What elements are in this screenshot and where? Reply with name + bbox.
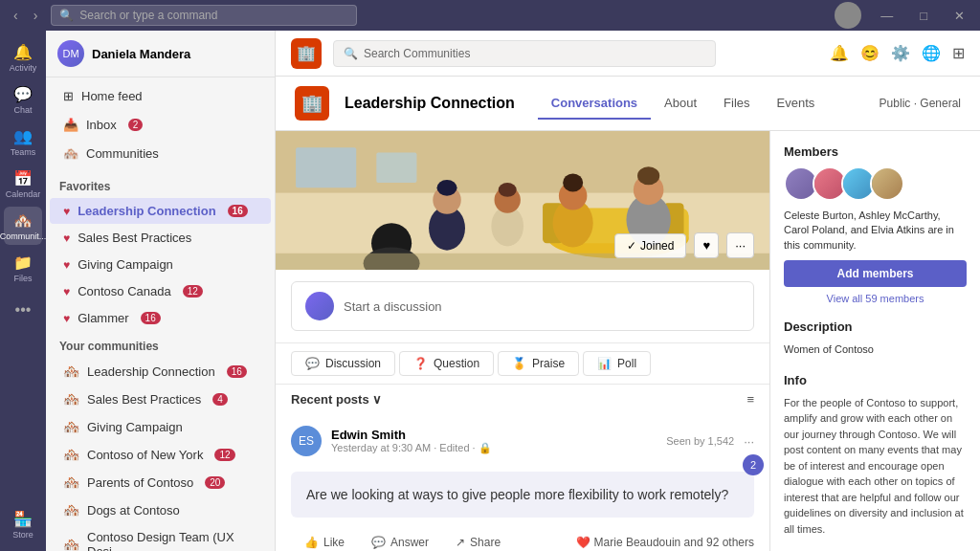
info-section: Info For the people of Contoso to suppor… (784, 373, 967, 538)
poll-icon: 📊 (597, 357, 612, 370)
post-create-input[interactable]: Start a discussion (291, 281, 754, 331)
sidebar-item-teams[interactable]: 👥 Teams (4, 122, 42, 161)
tab-conversations[interactable]: Conversations (538, 88, 651, 120)
post-create-area: Start a discussion (276, 270, 769, 343)
fav-label: Sales Best Practices (78, 231, 191, 245)
sidebar-item-communities[interactable]: 🏘️ Communit... (4, 207, 42, 245)
comm-icon: 🏘️ (63, 419, 79, 434)
comm-badge: 16 (227, 365, 247, 378)
poll-label: Poll (617, 357, 636, 370)
globe-icon[interactable]: 🌐 (922, 44, 941, 62)
reactions-text: Marie Beaudouin and 92 others (594, 536, 754, 549)
fav-label: Glammer (78, 311, 128, 325)
comm-badge: 20 (205, 476, 225, 489)
heart-reaction: ❤️ (576, 536, 590, 549)
member-avatars (784, 166, 967, 201)
inbox-label: Inbox (86, 118, 117, 132)
tab-events[interactable]: Events (764, 88, 829, 120)
sidebar-item-calendar[interactable]: 📅 Calendar (4, 165, 42, 203)
comm-item-sbp[interactable]: 🏘️ Sales Best Practices 4 (50, 386, 271, 412)
discussion-button[interactable]: 💬 Discussion (291, 351, 395, 376)
sidebar-item-chat[interactable]: 💬 Chat (4, 80, 42, 119)
heart-icon: ♥ (63, 312, 70, 325)
question-button[interactable]: ❓ Question (399, 351, 494, 376)
comm-item-cdt[interactable]: 🏘️ Contoso Design Team (UX Desi... (50, 524, 271, 551)
post-more-button[interactable]: ··· (744, 434, 754, 449)
fav-badge-leadership: 16 (228, 205, 248, 217)
recent-posts-label[interactable]: Recent posts ∨ (291, 392, 382, 407)
sidebar-user-avatar[interactable]: DM (57, 40, 84, 67)
member-names-text: Celeste Burton, Ashley McCarthy, Carol P… (784, 209, 967, 253)
poll-button[interactable]: 📊 Poll (583, 351, 651, 376)
fav-label: Contoso Canada (78, 284, 171, 298)
like-button[interactable]: 👍 Like (291, 531, 358, 551)
comm-label: Giving Campaign (87, 420, 183, 434)
comm-label: Contoso Design Team (UX Desi... (87, 530, 257, 551)
community-logo-icon: 🏢 (301, 93, 323, 114)
comm-item-cny[interactable]: 🏘️ Contoso of New York 12 (50, 441, 271, 468)
post-actions: 👍 Like 💬 Answer ↗ Share ❤️ (291, 525, 754, 551)
comm-item-lc[interactable]: 🏘️ Leadership Connection 16 (50, 358, 271, 385)
files-label: Files (13, 274, 32, 283)
fav-item-sales[interactable]: ♥ Sales Best Practices (50, 225, 271, 251)
tab-files[interactable]: Files (710, 88, 763, 120)
sidebar-item-communities-menu[interactable]: 🏘️ Communities (50, 140, 271, 167)
description-section: Description Women of Contoso (784, 320, 967, 358)
more-icon: ··· (735, 238, 746, 253)
bell-icon[interactable]: 🔔 (830, 44, 849, 62)
fav-badge-glammer: 16 (141, 312, 161, 324)
minimize-button[interactable]: — (873, 7, 901, 25)
fav-item-giving[interactable]: ♥ Giving Campaign (50, 252, 271, 277)
description-text: Women of Contoso (784, 342, 967, 358)
comm-item-poc[interactable]: 🏘️ Parents of Contoso 20 (50, 469, 271, 496)
sidebar-item-inbox[interactable]: 📥 Inbox 2 (50, 111, 271, 139)
share-button[interactable]: ↗ Share (442, 531, 514, 551)
fav-item-glammer[interactable]: ♥ Glammer 16 (50, 305, 271, 331)
main-search-bar[interactable]: 🔍 Search Communities (333, 40, 716, 67)
favorites-title: Favorites (46, 172, 275, 197)
sidebar-item-files[interactable]: 📁 Files (4, 249, 42, 287)
info-title: Info (784, 373, 967, 387)
post-type-buttons: 💬 Discussion ❓ Question 🏅 Praise 📊 Poll (276, 343, 769, 385)
post-seen-count: Seen by 1,542 (666, 435, 734, 447)
community-visibility: Public · General (880, 97, 961, 110)
close-button[interactable]: ✕ (947, 7, 972, 25)
activity-icon: 🔔 (13, 43, 33, 61)
nav-forward-button[interactable]: › (28, 6, 44, 25)
comm-item-gc[interactable]: 🏘️ Giving Campaign (50, 413, 271, 440)
comm-icon: 🏘️ (63, 502, 79, 518)
svg-point-11 (436, 180, 457, 196)
emoji-icon[interactable]: 😊 (860, 44, 880, 62)
answer-button[interactable]: 💬 Answer (358, 531, 442, 551)
content-area: ✓ Joined ♥ ··· Sta (276, 131, 980, 551)
answer-icon: 💬 (371, 536, 386, 549)
user-avatar[interactable] (835, 2, 861, 29)
view-all-members-link[interactable]: View all 59 members (784, 293, 967, 304)
search-icon: 🔍 (59, 9, 74, 22)
sidebar-item-home-feed[interactable]: ⊞ Home feed (50, 82, 271, 110)
fav-item-leadership[interactable]: ♥ Leadership Connection 16 (50, 198, 271, 224)
maximize-button[interactable]: □ (912, 7, 935, 25)
grid-icon[interactable]: ⊞ (952, 44, 965, 62)
tab-about[interactable]: About (651, 88, 710, 120)
filter-icon[interactable]: ≡ (746, 392, 754, 407)
titlebar-right: — □ ✕ (835, 2, 972, 29)
community-tabs: Conversations About Files Events (538, 88, 829, 120)
comm-label: Dogs at Contoso (87, 503, 180, 518)
nav-back-button[interactable]: ‹ (8, 6, 24, 25)
sidebar-item-more[interactable]: ••• (4, 291, 42, 329)
communities-label: Communit... (0, 231, 46, 241)
praise-button[interactable]: 🏅 Praise (498, 351, 579, 376)
sidebar-item-store[interactable]: 🏪 Store (4, 505, 42, 543)
joined-button[interactable]: ✓ Joined (614, 233, 686, 258)
heart-button[interactable]: ♥ (694, 232, 719, 258)
fav-item-contoso-canada[interactable]: ♥ Contoso Canada 12 (50, 278, 271, 304)
settings-icon[interactable]: ⚙️ (891, 44, 910, 62)
sidebar-item-activity[interactable]: 🔔 Activity (4, 38, 42, 77)
comm-item-dac[interactable]: 🏘️ Dogs at Contoso (50, 496, 271, 523)
chat-icon: 💬 (13, 85, 33, 103)
titlebar-search[interactable]: 🔍 Search or type a command (51, 5, 357, 26)
more-button[interactable]: ··· (726, 232, 754, 258)
comm-badge: 4 (212, 393, 228, 406)
add-members-button[interactable]: Add members (784, 260, 967, 287)
